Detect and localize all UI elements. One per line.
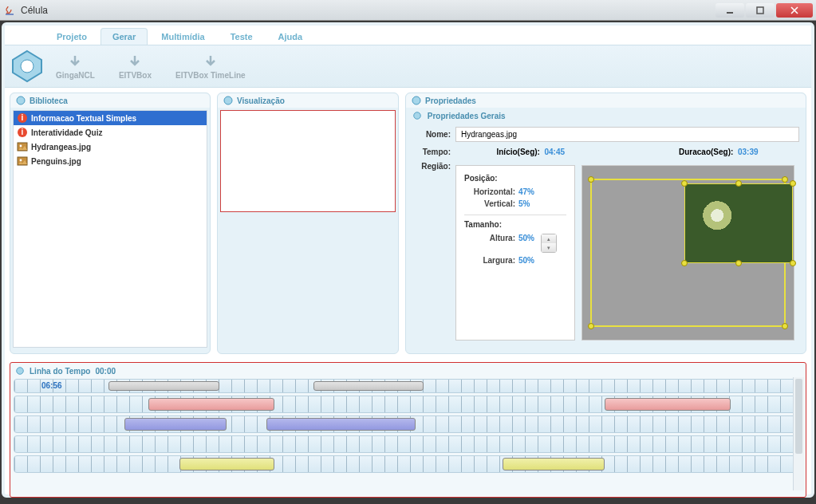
svg-point-16 (17, 368, 24, 375)
download-arrow-icon (67, 53, 83, 69)
svg-point-12 (20, 159, 22, 162)
library-item-label: Interatividade Quiz (31, 128, 102, 137)
selection-rect[interactable] (684, 183, 793, 263)
altura-stepper[interactable]: ▴▾ (541, 234, 557, 253)
library-item-label: Penguins.jpg (31, 157, 81, 166)
timeline-track[interactable] (14, 415, 802, 433)
horizontal-value: 47% (518, 187, 534, 196)
timeline-clip[interactable] (266, 418, 416, 431)
hydrangeas-image (685, 184, 792, 262)
timeline-clip[interactable] (313, 381, 424, 391)
region-controls: Posição: Horizontal:47% Vertical:5% Tama… (455, 165, 575, 341)
toolbar-eitvbox[interactable]: EITVBox (119, 53, 152, 80)
panel-icon (411, 95, 422, 106)
panel-icon (15, 95, 26, 106)
duracao-value: 03:39 (738, 148, 759, 156)
panel-biblioteca: Biblioteca iInformacao Textual SimplesiI… (10, 93, 211, 354)
altura-value: 50% (518, 234, 534, 253)
panel-visualizacao: Visualização (217, 93, 399, 354)
stepper-down[interactable]: ▾ (542, 243, 556, 252)
library-item[interactable]: Penguins.jpg (14, 154, 207, 168)
menu-bar: Projeto Gerar Multimídia Teste Ajuda (5, 26, 811, 45)
svg-text:i: i (22, 128, 24, 136)
panel-title: Biblioteca (30, 96, 68, 105)
duracao-label: Duracao(Seg): (679, 148, 733, 156)
close-button[interactable] (776, 3, 813, 18)
minimize-button[interactable] (715, 3, 744, 18)
svg-point-4 (17, 96, 25, 104)
timeline-vscrollbar[interactable] (793, 377, 804, 490)
download-arrow-icon (203, 53, 219, 69)
panel-icon (223, 95, 234, 106)
toolbar-ginga[interactable]: GingaNCL (56, 53, 95, 80)
timeline-clip[interactable] (108, 381, 219, 391)
library-item[interactable]: iInformacao Textual Simples (14, 111, 207, 125)
tab-projeto[interactable]: Projeto (45, 28, 99, 45)
timeline-track[interactable] (14, 396, 802, 413)
window-title: Célula (21, 5, 715, 16)
svg-point-14 (412, 96, 420, 104)
panel-propriedades: Propriedades Propriedades Gerais Nome: T… (405, 93, 806, 354)
info-icon: i (17, 127, 28, 138)
svg-text:i: i (22, 113, 24, 122)
library-item-label: Informacao Textual Simples (31, 114, 136, 123)
timeline-track[interactable] (14, 435, 802, 453)
tempo-label: Tempo: (412, 148, 451, 156)
svg-point-13 (224, 96, 232, 104)
timeline-total: 00:00 (95, 367, 116, 376)
name-label: Nome: (412, 130, 451, 139)
posicao-heading: Posição: (464, 174, 566, 183)
panel-title: Visualização (237, 96, 285, 105)
panel-title: Propriedades (425, 96, 476, 105)
timeline-track[interactable] (14, 455, 802, 473)
library-item[interactable]: Hydrangeas.jpg (14, 140, 207, 154)
toolbar-eitvbox-timeline[interactable]: EITVBox TimeLine (175, 53, 246, 80)
name-input[interactable] (455, 127, 799, 142)
timeline-ruler[interactable]: 06:56 (14, 379, 802, 393)
library-item-label: Hydrangeas.jpg (31, 143, 91, 152)
vertical-value: 5% (518, 199, 530, 208)
library-list[interactable]: iInformacao Textual SimplesiInterativida… (13, 110, 207, 348)
window-titlebar: Célula (0, 0, 816, 21)
library-item[interactable]: iInteratividade Quiz (14, 125, 207, 140)
info-icon: i (17, 112, 28, 124)
panel-icon (15, 366, 25, 376)
svg-point-15 (414, 112, 421, 120)
timeline-title: Linha do Tempo (30, 367, 90, 376)
regiao-label: Região: (412, 162, 451, 171)
svg-rect-1 (757, 7, 763, 14)
inicio-label: Início(Seg): (496, 148, 539, 156)
timeline-clip[interactable] (124, 418, 227, 431)
tab-multimidia[interactable]: Multimídia (149, 28, 216, 45)
timeline-clip[interactable] (503, 458, 605, 471)
image-file-icon (17, 156, 28, 167)
svg-point-10 (20, 145, 22, 148)
tamanho-heading: Tamanho: (464, 220, 566, 229)
preview-canvas[interactable] (220, 110, 396, 212)
image-file-icon (17, 141, 28, 152)
timeline-clip[interactable] (148, 398, 274, 411)
svg-rect-0 (727, 12, 733, 14)
java-icon (3, 4, 16, 17)
largura-value: 50% (518, 256, 534, 265)
inicio-value: 04:45 (544, 148, 565, 156)
app-logo-icon (10, 49, 45, 84)
timeline-clip[interactable] (179, 458, 274, 471)
panel-icon (412, 111, 422, 120)
tab-ajuda[interactable]: Ajuda (266, 28, 315, 45)
tab-teste[interactable]: Teste (219, 28, 265, 45)
tab-gerar[interactable]: Gerar (101, 28, 148, 45)
download-arrow-icon (127, 53, 143, 69)
svg-point-3 (21, 60, 34, 73)
stepper-up[interactable]: ▴ (542, 234, 556, 243)
app-frame: Projeto Gerar Multimídia Teste Ajuda Gin… (2, 22, 814, 498)
timeline-current-time: 06:56 (41, 381, 62, 390)
timeline-clip[interactable] (605, 398, 731, 411)
region-preview[interactable] (581, 165, 794, 341)
props-subtitle: Propriedades Gerais (428, 112, 506, 120)
maximize-button[interactable] (746, 3, 775, 18)
panel-timeline: Linha do Tempo 00:00 06:56 (10, 362, 806, 498)
toolbar: GingaNCL EITVBox EITVBox TimeLine (5, 45, 811, 88)
